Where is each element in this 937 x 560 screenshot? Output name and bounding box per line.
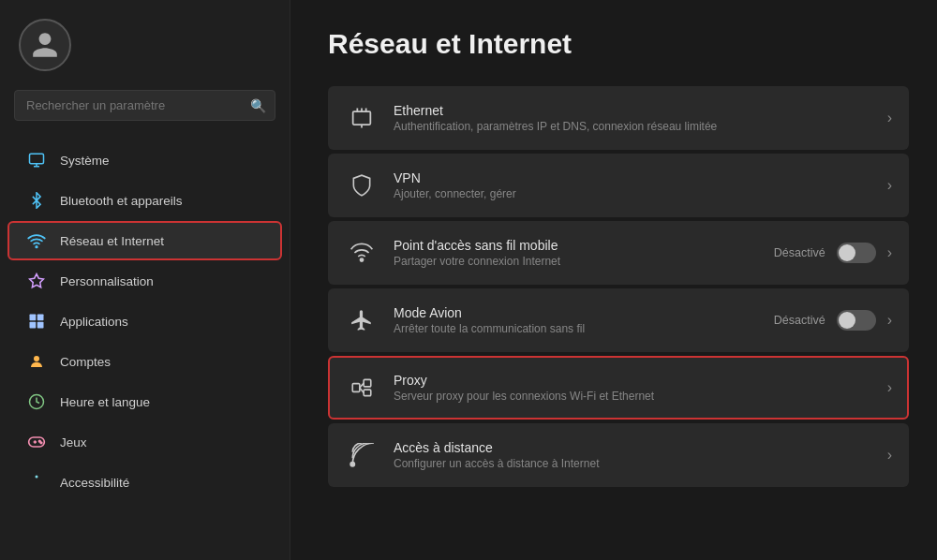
bluetooth-icon [26, 190, 47, 211]
sidebar-label-comptes: Comptes [60, 355, 111, 369]
apps-icon [26, 311, 47, 332]
avion-right: Désactivé › [774, 310, 892, 331]
ethernet-text: Ethernet Authentification, paramètres IP… [394, 103, 887, 133]
proxy-text: Proxy Serveur proxy pour les connexions … [394, 373, 887, 403]
sidebar-item-systeme[interactable]: Système [7, 140, 282, 180]
chevron-right-icon: › [887, 312, 892, 329]
chevron-right-icon: › [887, 447, 892, 464]
hotspot-toggle-label: Désactivé [774, 246, 825, 259]
vpn-title: VPN [394, 170, 887, 185]
avion-toggle[interactable] [837, 310, 876, 331]
nav-items: Système Bluetooth et appareils Réseau et… [0, 135, 290, 560]
svg-rect-22 [352, 384, 360, 392]
search-area: 🔍 [0, 90, 290, 135]
sidebar-label-systeme: Système [60, 154, 110, 168]
avion-title: Mode Avion [394, 305, 774, 320]
avion-toggle-label: Désactivé [774, 314, 825, 327]
settings-item-acces[interactable]: Accès à distance Configurer un accès à d… [328, 423, 909, 487]
svg-point-8 [34, 356, 39, 361]
clock-icon [26, 391, 47, 412]
avion-text: Mode Avion Arrêter toute la communicatio… [394, 305, 774, 335]
main-content: Réseau et Internet Ethernet Authentifica… [290, 0, 937, 560]
proxy-right: › [887, 379, 892, 396]
sidebar-label-bluetooth: Bluetooth et appareils [60, 194, 183, 208]
settings-list: Ethernet Authentification, paramètres IP… [328, 86, 909, 487]
user-icon [30, 30, 60, 60]
svg-point-15 [36, 476, 38, 479]
chevron-right-icon: › [887, 379, 892, 396]
proxy-icon [345, 371, 379, 405]
vpn-icon [345, 169, 379, 202]
acces-right: › [887, 447, 892, 464]
chevron-right-icon: › [887, 244, 892, 261]
hotspot-icon [345, 236, 379, 270]
settings-item-avion[interactable]: Mode Avion Arrêter toute la communicatio… [328, 288, 909, 352]
proxy-desc: Serveur proxy pour les connexions Wi-Fi … [394, 390, 887, 403]
svg-rect-23 [364, 379, 371, 387]
avion-desc: Arrêter toute la communication sans fil [394, 322, 774, 335]
sidebar-label-applications: Applications [60, 315, 128, 329]
paint-icon [26, 271, 47, 291]
svg-point-21 [360, 258, 363, 261]
ethernet-title: Ethernet [394, 103, 887, 118]
airplane-icon [345, 303, 379, 337]
user-circle-icon [26, 351, 47, 372]
sidebar-item-applications[interactable]: Applications [7, 302, 282, 341]
sidebar-label-reseau: Réseau et Internet [60, 234, 164, 248]
sidebar-label-accessibilite: Accessibilité [60, 476, 129, 490]
svg-rect-6 [30, 322, 37, 329]
vpn-text: VPN Ajouter, connecter, gérer [394, 170, 887, 200]
svg-point-27 [350, 463, 354, 466]
ethernet-right: › [887, 110, 892, 126]
settings-item-vpn[interactable]: VPN Ajouter, connecter, gérer › [328, 154, 909, 217]
search-input[interactable] [14, 90, 275, 121]
acces-text: Accès à distance Configurer un accès à d… [394, 440, 887, 470]
monitor-icon [26, 150, 47, 170]
hotspot-text: Point d'accès sans fil mobile Partager v… [394, 238, 774, 268]
ethernet-desc: Authentification, paramètres IP et DNS, … [394, 120, 887, 133]
remote-icon [345, 438, 379, 472]
sidebar-label-jeux: Jeux [60, 435, 87, 449]
proxy-title: Proxy [394, 373, 887, 388]
sidebar-item-reseau[interactable]: Réseau et Internet [7, 221, 282, 260]
svg-rect-0 [30, 154, 44, 164]
sidebar-item-jeux[interactable]: Jeux [7, 422, 282, 462]
chevron-right-icon: › [887, 177, 892, 194]
svg-point-14 [40, 442, 42, 444]
sidebar-item-bluetooth[interactable]: Bluetooth et appareils [7, 181, 282, 220]
sidebar-label-personnalisation: Personnalisation [60, 274, 154, 288]
svg-point-3 [36, 246, 37, 248]
sidebar-item-personnalisation[interactable]: Personnalisation [7, 261, 282, 301]
gamepad-icon [26, 432, 47, 452]
accessibility-icon [26, 472, 47, 493]
sidebar-item-heure[interactable]: Heure et langue [7, 382, 282, 421]
settings-item-ethernet[interactable]: Ethernet Authentification, paramètres IP… [328, 86, 909, 150]
acces-desc: Configurer un accès à distance à Interne… [394, 457, 887, 470]
svg-rect-24 [364, 390, 371, 396]
chevron-right-icon: › [887, 110, 892, 126]
hotspot-desc: Partager votre connexion Internet [394, 255, 774, 268]
ethernet-icon [345, 101, 379, 135]
vpn-desc: Ajouter, connecter, gérer [394, 187, 887, 200]
settings-item-hotspot[interactable]: Point d'accès sans fil mobile Partager v… [328, 221, 909, 285]
svg-rect-16 [353, 111, 371, 125]
vpn-right: › [887, 177, 892, 194]
hotspot-title: Point d'accès sans fil mobile [394, 238, 774, 253]
wifi-icon [26, 230, 47, 251]
hotspot-toggle[interactable] [837, 243, 876, 263]
svg-rect-7 [37, 322, 44, 329]
svg-rect-4 [30, 315, 37, 321]
settings-item-proxy[interactable]: Proxy Serveur proxy pour les connexions … [328, 356, 909, 420]
page-title: Réseau et Internet [328, 28, 909, 60]
acces-title: Accès à distance [394, 440, 887, 455]
sidebar: 🔍 Système Bluetooth et appareils Réseau … [0, 0, 290, 560]
avatar [19, 19, 71, 71]
sidebar-label-heure: Heure et langue [60, 395, 150, 409]
hotspot-right: Désactivé › [774, 243, 892, 263]
sidebar-item-accessibilite[interactable]: Accessibilité [7, 463, 282, 502]
svg-rect-5 [37, 315, 44, 321]
sidebar-item-comptes[interactable]: Comptes [7, 342, 282, 381]
user-avatar-area [0, 19, 290, 90]
